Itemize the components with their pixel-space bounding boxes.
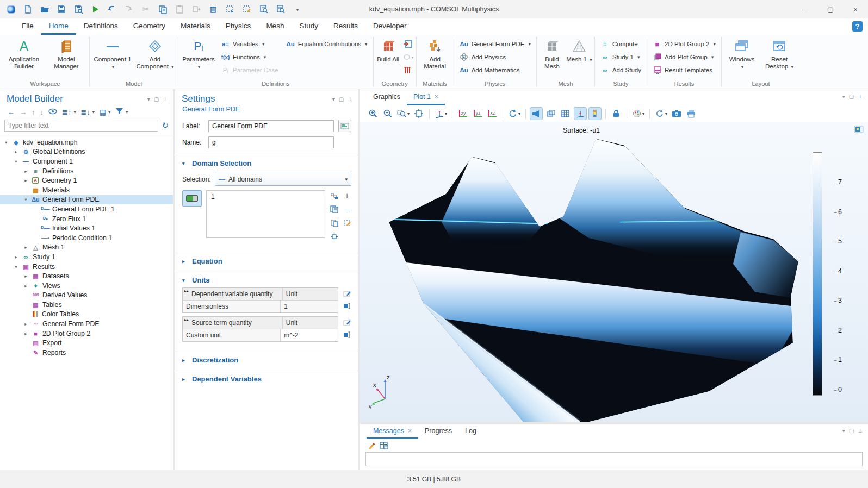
tree-item-study-1[interactable]: ▸∞Study 1	[0, 252, 173, 262]
panel-menu-icon[interactable]: ▾	[332, 96, 335, 102]
filter-input[interactable]	[4, 120, 158, 132]
tree-item-component-1[interactable]: ▾—Component 1	[0, 157, 173, 166]
equation-header[interactable]: ▸ Equation	[182, 257, 351, 265]
menu-tab-study[interactable]: Study	[292, 18, 326, 35]
close-tab-icon[interactable]: ×	[408, 427, 412, 435]
select-box-icon[interactable]	[225, 4, 235, 15]
change-unit-icon[interactable]	[343, 302, 351, 310]
label-field[interactable]	[208, 120, 334, 132]
close-tab-icon[interactable]: ×	[435, 93, 438, 101]
chevron-right-icon[interactable]: ▸	[23, 178, 29, 183]
menu-tab-geometry[interactable]: Geometry	[126, 18, 173, 35]
tree-item-2d-plot-group-2[interactable]: ▸■2D Plot Group 2	[0, 329, 173, 339]
chevron-right-icon[interactable]: ▸	[23, 331, 29, 336]
save-icon[interactable]	[56, 4, 67, 15]
build-mesh-button[interactable]: Build Mesh	[539, 36, 565, 76]
view-xy-icon[interactable]: xy	[456, 107, 469, 120]
tree-item-derived-values[interactable]: 8.85Derived Values	[0, 291, 173, 301]
chevron-down-icon[interactable]: ▾	[13, 264, 19, 270]
tree-item-results[interactable]: ▾▣Results	[0, 262, 173, 272]
menu-tab-results[interactable]: Results	[326, 18, 365, 35]
zoom-to-selection-icon[interactable]	[330, 232, 338, 241]
filter-funnel-icon[interactable]	[115, 108, 123, 116]
compute-button[interactable]: = Compute	[597, 38, 644, 50]
panel-pin-icon[interactable]: ⊥	[348, 96, 352, 102]
plot-properties-icon[interactable]	[854, 125, 864, 135]
clear-selection-icon[interactable]	[241, 4, 252, 15]
tab-plot-1[interactable]: Plot 1×	[407, 89, 445, 105]
chevron-right-icon[interactable]: ▸	[23, 283, 29, 289]
copy-icon[interactable]	[157, 4, 168, 15]
mesh-1-button[interactable]: Mesh 1 ▾	[566, 36, 592, 76]
menu-tab-developer[interactable]: Developer	[365, 18, 414, 35]
add-study-button[interactable]: ∞ Add Study	[597, 64, 644, 76]
panel-float-icon[interactable]: ▢	[849, 428, 854, 434]
minimize-button[interactable]: —	[793, 0, 818, 18]
lock-view-icon[interactable]	[610, 107, 623, 120]
selection-dropdown[interactable]: — All domains ▾	[215, 173, 351, 186]
units-header[interactable]: ▾ Units	[182, 276, 351, 284]
remove-selection-icon[interactable]: —	[343, 205, 351, 214]
tree-item-kdv-equation-mph[interactable]: ▾◈kdv_equation.mph	[0, 137, 173, 147]
help-button[interactable]: ?	[852, 21, 863, 32]
zoom-out-icon[interactable]	[381, 107, 394, 120]
windows-button[interactable]: Windows▾	[724, 36, 760, 76]
model-tree-node-text-icon[interactable]: ▤	[100, 108, 106, 116]
view-yz-icon[interactable]: yz	[471, 107, 484, 120]
update-plot-icon[interactable]: ▾	[654, 107, 668, 120]
active-toggle-button[interactable]	[182, 190, 202, 207]
panel-pin-icon[interactable]: ⊥	[858, 93, 863, 99]
table-header[interactable]: Unit	[283, 288, 338, 300]
menu-tab-mesh[interactable]: Mesh	[258, 18, 292, 35]
component-1-button[interactable]: — Component 1 ▾	[92, 36, 133, 76]
panel-pin-icon[interactable]: ⊥	[858, 428, 863, 434]
menu-tab-physics[interactable]: Physics	[218, 18, 259, 35]
name-field[interactable]	[208, 136, 334, 148]
menu-tab-materials[interactable]: Materials	[173, 18, 218, 35]
tab-log[interactable]: Log	[458, 424, 483, 439]
table-header[interactable]: ▸▸Dependent variable quantity	[183, 288, 283, 300]
tree-item-color-tables[interactable]: Color Tables	[0, 310, 173, 320]
unit-value-cell[interactable]: m^-2	[281, 329, 338, 341]
tab-graphics[interactable]: Graphics	[367, 89, 407, 105]
chevron-right-icon[interactable]: ▸	[23, 245, 29, 250]
add-physics-button[interactable]: Add Physics	[456, 51, 534, 63]
tree-item-export[interactable]: ▤Export	[0, 338, 173, 348]
show-icon[interactable]	[48, 108, 57, 116]
paste-selection-icon[interactable]	[330, 218, 338, 227]
transparency-icon[interactable]	[544, 107, 557, 120]
table-cell[interactable]: Dimensionless	[183, 301, 281, 312]
tree-item-general-form-pde[interactable]: ▾ΔuGeneral Form PDE	[0, 195, 173, 205]
save-as-icon[interactable]	[73, 4, 84, 15]
find-icon[interactable]	[258, 4, 269, 15]
grid-icon[interactable]	[559, 107, 572, 120]
chevron-down-icon[interactable]: ▾	[13, 159, 19, 164]
add-material-button[interactable]: Add Material	[419, 36, 451, 76]
chevron-right-icon[interactable]: ▸	[23, 273, 29, 279]
new-file-icon[interactable]	[22, 4, 33, 15]
tree-item-general-form-pde-1[interactable]: ᴰ—General Form PDE 1	[0, 204, 173, 214]
zoom-box-icon[interactable]: ▾	[396, 107, 411, 120]
qat-customize-chevron-icon[interactable]: ▾	[292, 4, 303, 15]
table-header[interactable]: Unit	[283, 317, 338, 329]
zoom-in-icon[interactable]	[367, 107, 380, 120]
chevron-right-icon[interactable]: ▸	[13, 149, 19, 154]
color-theme-icon[interactable]: ▾	[631, 107, 646, 120]
collapse-all-icon[interactable]: ≣↑	[62, 108, 71, 116]
panel-float-icon[interactable]: ▢	[154, 96, 159, 102]
tree-item-general-form-pde[interactable]: ▸∼General Form PDE	[0, 319, 173, 329]
add-plot-group-button[interactable]: Add Plot Group▾	[649, 51, 719, 63]
delete-icon[interactable]	[208, 4, 219, 15]
tree-item-geometry-1[interactable]: ▸AGeometry 1	[0, 176, 173, 185]
result-templates-button[interactable]: Result Templates	[649, 64, 719, 76]
open-file-icon[interactable]	[39, 4, 50, 15]
parameters-button[interactable]: Pᵢ Parameters▾	[181, 36, 216, 76]
copy-selection-icon[interactable]	[330, 205, 338, 214]
tree-item-zero-flux-1[interactable]: ᴰ•Zero Flux 1	[0, 214, 173, 224]
chevron-right-icon[interactable]: ▸	[13, 254, 19, 260]
print-icon[interactable]	[685, 107, 698, 120]
build-all-button[interactable]: Build All	[376, 36, 401, 76]
tree-item-global-definitions[interactable]: ▸⊕Global Definitions	[0, 147, 173, 157]
expand-all-icon[interactable]: ≣↓	[80, 108, 90, 116]
panel-menu-icon[interactable]: ▾	[842, 93, 845, 99]
